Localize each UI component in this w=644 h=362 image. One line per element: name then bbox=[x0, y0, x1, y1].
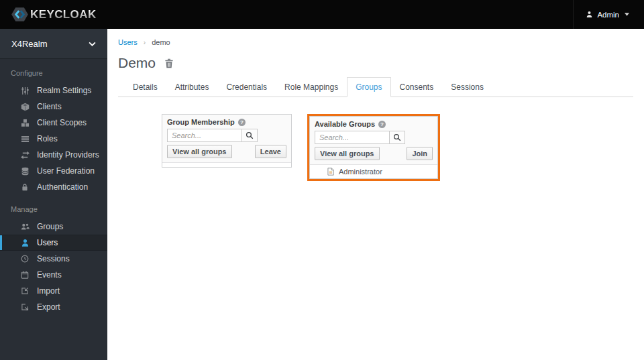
file-icon bbox=[327, 168, 334, 176]
clock-icon bbox=[20, 254, 30, 263]
lock-icon bbox=[20, 182, 30, 192]
sidebar-item-users[interactable]: Users bbox=[0, 235, 107, 251]
sidebar-item-label: Clients bbox=[37, 102, 62, 111]
tab-groups[interactable]: Groups bbox=[347, 77, 390, 97]
available-groups-head: Available Groups ? View all groups bbox=[310, 117, 437, 164]
group-membership-search-button[interactable] bbox=[241, 129, 258, 142]
sidebar-item-client-scopes[interactable]: Client Scopes bbox=[0, 115, 107, 131]
group-membership-title-row: Group Membership ? bbox=[167, 118, 286, 127]
tab-consents[interactable]: Consents bbox=[391, 77, 443, 97]
sidebar-item-clients[interactable]: Clients bbox=[0, 99, 107, 115]
available-groups-tree: Administrator bbox=[310, 164, 437, 178]
user-icon bbox=[586, 11, 593, 18]
calendar-icon bbox=[20, 270, 30, 280]
sidebar-item-label: Groups bbox=[37, 222, 63, 231]
breadcrumb-separator: › bbox=[144, 39, 146, 46]
group-membership-buttons: View all groups Leave bbox=[167, 145, 286, 160]
sidebar-item-label: User Federation bbox=[37, 166, 95, 176]
list-icon bbox=[20, 134, 30, 143]
sidebar-item-label: Import bbox=[37, 286, 60, 296]
sidebar-item-user-federation[interactable]: User Federation bbox=[0, 163, 107, 179]
view-all-groups-button[interactable]: View all groups bbox=[315, 147, 380, 160]
group-membership-title: Group Membership bbox=[167, 118, 235, 127]
sidebar-item-label: Client Scopes bbox=[37, 118, 87, 127]
available-groups-highlight: Available Groups ? View all groups bbox=[307, 114, 440, 181]
join-button[interactable]: Join bbox=[407, 147, 433, 160]
sidebar: X4Realm Configure Realm Settings Clients… bbox=[0, 29, 107, 360]
sidebar-item-sessions[interactable]: Sessions bbox=[0, 251, 107, 267]
help-icon[interactable]: ? bbox=[238, 119, 246, 126]
manage-nav: Groups Users Sessions Events Import bbox=[0, 219, 107, 315]
groups-panels: Group Membership ? View all groups Leave bbox=[162, 114, 644, 181]
sidebar-item-label: Realm Settings bbox=[37, 86, 91, 95]
tab-sessions[interactable]: Sessions bbox=[442, 77, 492, 97]
sliders-icon bbox=[20, 86, 30, 95]
trash-icon bbox=[164, 58, 174, 68]
users-group-icon bbox=[20, 222, 30, 231]
breadcrumb-users-link[interactable]: Users bbox=[118, 38, 138, 46]
sidebar-item-identity-providers[interactable]: Identity Providers bbox=[0, 147, 107, 163]
sidebar-item-roles[interactable]: Roles bbox=[0, 131, 107, 147]
sidebar-item-groups[interactable]: Groups bbox=[0, 219, 107, 235]
cube-icon bbox=[20, 102, 30, 111]
sidebar-item-label: Events bbox=[37, 270, 62, 280]
group-membership-tree bbox=[162, 162, 291, 167]
cubes-icon bbox=[20, 118, 30, 127]
group-membership-search-input[interactable] bbox=[167, 129, 242, 142]
sidebar-item-label: Roles bbox=[37, 134, 58, 143]
realm-selector[interactable]: X4Realm bbox=[0, 29, 107, 59]
sidebar-item-label: Authentication bbox=[37, 182, 88, 192]
sidebar-section-configure: Configure bbox=[0, 59, 107, 77]
brand-title: KEYCLOAK bbox=[30, 8, 97, 21]
breadcrumb: Users › demo bbox=[107, 29, 644, 46]
group-tree-item-administrator[interactable]: Administrator bbox=[310, 165, 437, 178]
user-menu[interactable]: Admin bbox=[573, 0, 644, 29]
search-icon bbox=[246, 131, 254, 139]
sidebar-item-import[interactable]: Import bbox=[0, 283, 107, 299]
title-row: Demo bbox=[118, 55, 633, 71]
available-groups-search-input[interactable] bbox=[315, 131, 390, 144]
available-groups-title-row: Available Groups ? bbox=[315, 120, 433, 129]
page-title: Demo bbox=[118, 55, 156, 71]
group-membership-search-row bbox=[167, 129, 286, 142]
available-groups-search-row bbox=[315, 131, 433, 144]
database-icon bbox=[20, 166, 30, 176]
tab-bar: Details Attributes Credentials Role Mapp… bbox=[118, 77, 633, 97]
keycloak-logo-icon bbox=[11, 5, 29, 23]
view-all-groups-button[interactable]: View all groups bbox=[167, 145, 232, 158]
top-navbar: KEYCLOAK Admin bbox=[0, 0, 644, 29]
export-icon bbox=[20, 302, 30, 312]
sidebar-item-label: Identity Providers bbox=[37, 150, 99, 160]
sidebar-section-manage: Manage bbox=[0, 195, 107, 213]
chevron-down-icon bbox=[89, 42, 96, 46]
exchange-icon bbox=[20, 150, 30, 160]
realm-name: X4Realm bbox=[11, 39, 47, 49]
sidebar-item-authentication[interactable]: Authentication bbox=[0, 179, 107, 195]
sidebar-item-label: Sessions bbox=[37, 254, 70, 263]
tab-credentials[interactable]: Credentials bbox=[217, 77, 276, 97]
available-groups-buttons: View all groups Join bbox=[315, 147, 433, 162]
breadcrumb-current: demo bbox=[152, 38, 170, 46]
help-icon[interactable]: ? bbox=[378, 121, 386, 128]
user-icon bbox=[20, 238, 30, 247]
tab-details[interactable]: Details bbox=[124, 77, 166, 97]
configure-nav: Realm Settings Clients Client Scopes Rol… bbox=[0, 82, 107, 195]
import-icon bbox=[20, 286, 30, 296]
main-content: Users › demo Demo Details Attributes Cre… bbox=[107, 29, 644, 362]
delete-user-button[interactable] bbox=[164, 58, 174, 68]
sidebar-item-label: Export bbox=[37, 302, 60, 312]
available-groups-panel: Available Groups ? View all groups bbox=[309, 116, 438, 179]
group-membership-panel: Group Membership ? View all groups Leave bbox=[162, 114, 292, 168]
group-membership-head: Group Membership ? View all groups Leave bbox=[162, 115, 291, 162]
available-groups-search-button[interactable] bbox=[389, 131, 405, 144]
caret-down-icon bbox=[625, 13, 629, 16]
sidebar-item-label: Users bbox=[37, 238, 58, 247]
sidebar-item-export[interactable]: Export bbox=[0, 299, 107, 315]
keycloak-logo: KEYCLOAK bbox=[11, 0, 97, 29]
leave-button[interactable]: Leave bbox=[255, 145, 286, 158]
search-icon bbox=[393, 133, 401, 141]
tab-attributes[interactable]: Attributes bbox=[166, 77, 218, 97]
sidebar-item-events[interactable]: Events bbox=[0, 267, 107, 283]
tab-role-mappings[interactable]: Role Mappings bbox=[276, 77, 347, 97]
sidebar-item-realm-settings[interactable]: Realm Settings bbox=[0, 82, 107, 99]
